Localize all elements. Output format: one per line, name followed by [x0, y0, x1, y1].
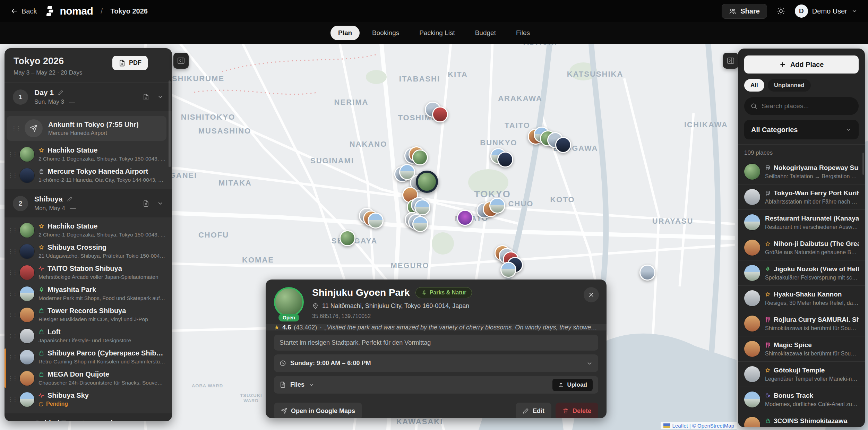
- category-select[interactable]: All Categories: [744, 120, 859, 139]
- place-list-item[interactable]: Rojiura Curry SAMURAI. Shim…Shimokitazaw…: [738, 311, 865, 336]
- tab-plan[interactable]: Plan: [330, 26, 360, 40]
- map-marker[interactable]: [368, 213, 384, 229]
- event-item[interactable]: ⋮⋮Ankunft in Tokyo (7:55 Uhr)Mercure Han…: [7, 116, 166, 141]
- place-row-title: MEGA Don Quijote: [38, 370, 166, 378]
- left-scrollbar[interactable]: [169, 80, 171, 167]
- day-notes-icon[interactable]: [143, 94, 149, 101]
- delete-button[interactable]: Delete: [556, 403, 598, 418]
- breadcrumb: Tokyo 2026: [110, 7, 147, 15]
- bag-icon: [38, 350, 44, 356]
- day-actions: [143, 200, 164, 207]
- itinerary-place-row[interactable]: ⋮⋮Hachiko Statue2 Chome-1 Dogenzaka, Shi…: [5, 144, 172, 165]
- place-list-item[interactable]: Jigoku Nozoki (View of Hell)Spektakuläre…: [738, 260, 865, 286]
- drag-handle[interactable]: ⋮⋮: [8, 375, 16, 381]
- brand-logo[interactable]: nomad: [44, 5, 93, 17]
- place-list-item[interactable]: Nokogiriyama Ropeway Sum…Seilbahn: Talst…: [738, 159, 865, 184]
- drag-handle[interactable]: ⋮⋮: [8, 333, 16, 339]
- place-list-item[interactable]: Tokyo-Wan Ferry Port Kuriha…Abfahrtsstat…: [738, 184, 865, 210]
- note-input[interactable]: [274, 335, 598, 351]
- place-list-item[interactable]: Hyaku-Shaku KannonRiesiges, 30 Meter hoh…: [738, 286, 865, 311]
- itinerary-place-row[interactable]: ⋮⋮Shibuya Crossing21 Udagawacho, Shibuya…: [5, 241, 172, 262]
- drag-handle[interactable]: ⋮⋮: [11, 125, 19, 131]
- export-pdf-button[interactable]: PDF: [112, 56, 148, 70]
- map-marker[interactable]: [639, 265, 655, 281]
- day-header[interactable]: 3Guided Tagestour nach NikkōTue, May 5—: [5, 413, 172, 421]
- place-list-item[interactable]: 3COINS ShimokitazawaStylischer 300-Yen-L…: [738, 412, 865, 427]
- map-marker-selected[interactable]: [416, 171, 438, 193]
- upload-button[interactable]: Upload: [552, 379, 593, 391]
- day-notes-icon[interactable]: [143, 200, 149, 207]
- drag-handle[interactable]: ⋮⋮: [8, 312, 16, 318]
- itinerary-place-row[interactable]: ⋮⋮Tower Records ShibuyaRiesiger Musiklad…: [5, 304, 172, 325]
- map-marker[interactable]: [412, 216, 428, 232]
- tab-bookings[interactable]: Bookings: [364, 26, 407, 40]
- map-marker[interactable]: [500, 262, 516, 278]
- drag-handle[interactable]: ⋮⋮: [8, 248, 16, 255]
- place-list-title: Hyaku-Shaku Kannon: [765, 291, 859, 298]
- files-row[interactable]: Files Upload: [274, 376, 598, 394]
- drag-handle[interactable]: ⋮⋮: [8, 227, 16, 233]
- place-row-subtitle: Mehrstöckige Arcade voller Japan-Spielau…: [38, 274, 166, 280]
- itinerary-place-row[interactable]: ⋮⋮Miyashita ParkModerner Park mit Shops,…: [5, 283, 172, 304]
- itinerary-place-row[interactable]: ⋮⋮TAITO Station ShibuyaMehrstöckige Arca…: [5, 262, 172, 283]
- drag-handle[interactable]: ⋮⋮: [8, 172, 16, 179]
- map-attribution[interactable]: Leaflet | © OpenStreetMap: [661, 422, 737, 429]
- place-thumbnail: [744, 366, 760, 382]
- itinerary-place-row[interactable]: ⋮⋮LoftJapanischer Lifestyle- und Designs…: [5, 325, 172, 346]
- chevron-down-icon[interactable]: [157, 94, 164, 100]
- filter-pill-all[interactable]: All: [744, 79, 764, 92]
- collapse-right-panel-button[interactable]: [723, 53, 738, 69]
- place-list-item[interactable]: Gōtokuji TempleLegendärer Tempel voller …: [738, 362, 865, 387]
- map-marker[interactable]: [432, 106, 448, 122]
- day-header[interactable]: 1Day 1Sun, May 3—: [5, 83, 172, 111]
- itinerary-place-row[interactable]: ⋮⋮Mercure Tokyo Haneda Airport1-chōme-2-…: [5, 165, 172, 186]
- place-list-item[interactable]: Restaurant Harunatei (Kanaya Po…Restaura…: [738, 210, 865, 235]
- food-icon: [765, 317, 771, 322]
- drag-handle[interactable]: ⋮⋮: [8, 291, 16, 297]
- drag-handle[interactable]: ⋮⋮: [8, 269, 16, 276]
- day-title: Day 1: [34, 88, 136, 97]
- map-marker[interactable]: [340, 230, 355, 246]
- edit-button[interactable]: Edit: [516, 403, 551, 418]
- tab-budget[interactable]: Budget: [467, 26, 504, 40]
- map-marker[interactable]: [497, 152, 513, 167]
- itinerary-place-row[interactable]: ⋮⋮MEGA Don QuijoteChaotischer 24h-Discou…: [5, 368, 172, 389]
- theme-toggle-sun-icon[interactable]: [777, 7, 785, 15]
- opening-hours-row[interactable]: Sunday: 9:00 AM – 6:00 PM: [274, 354, 598, 372]
- tab-packing-list[interactable]: Packing List: [412, 26, 462, 40]
- drag-handle[interactable]: ⋮⋮: [8, 151, 16, 157]
- attribution-text[interactable]: Leaflet | © OpenStreetMap: [672, 423, 734, 429]
- itinerary-place-row[interactable]: ⋮⋮Hachiko Statue2 Chome-1 Dogenzaka, Shi…: [5, 220, 172, 241]
- search-input[interactable]: [762, 102, 852, 110]
- back-button[interactable]: Back: [10, 7, 37, 15]
- pencil-icon[interactable]: [67, 196, 72, 202]
- chevron-down-icon[interactable]: [157, 200, 164, 207]
- add-place-button[interactable]: Add Place: [744, 55, 859, 74]
- share-button[interactable]: Share: [722, 4, 767, 19]
- place-list-item[interactable]: Bonus TrackModernes, dörfliches Café-Are…: [738, 387, 865, 412]
- map-marker[interactable]: [555, 137, 571, 153]
- right-scrollbar[interactable]: [862, 153, 864, 175]
- map-marker[interactable]: [489, 198, 505, 214]
- pencil-icon[interactable]: [58, 90, 63, 95]
- drag-handle[interactable]: ⋮⋮: [8, 354, 16, 360]
- tab-files[interactable]: Files: [508, 26, 538, 40]
- places-count: 109 places: [738, 144, 865, 159]
- map-district-label: TAITO: [505, 121, 530, 130]
- map-marker[interactable]: [412, 149, 428, 165]
- drag-handle[interactable]: ⋮⋮: [8, 396, 16, 403]
- map-marker[interactable]: [457, 210, 473, 226]
- collapse-left-panel-button[interactable]: [173, 53, 189, 69]
- user-menu[interactable]: D Demo User: [795, 5, 858, 18]
- open-google-maps-button[interactable]: Open in Google Maps: [274, 403, 362, 418]
- day-items: ⋮⋮Ankunft in Tokyo (7:55 Uhr)Mercure Han…: [5, 111, 172, 189]
- itinerary-place-row[interactable]: ⋮⋮Shibuya Parco (Cyberspace Shibuya)Retr…: [5, 346, 172, 368]
- place-list-item[interactable]: Magic SpiceShimokitazawa ist berühmt für…: [738, 336, 865, 362]
- itinerary-place-row[interactable]: ⋮⋮Shibuya SkyPending: [5, 389, 172, 410]
- place-list-item[interactable]: Nihon-ji Daibutsu (The Great …Größte aus…: [738, 235, 865, 260]
- map-district-label: KOMAE: [242, 256, 274, 265]
- day-header[interactable]: 2ShibuyaMon, May 4—: [5, 189, 172, 217]
- ukraine-flag-icon: [663, 423, 670, 428]
- close-button[interactable]: [584, 287, 599, 302]
- filter-pill-unplanned[interactable]: Unplanned: [768, 79, 811, 92]
